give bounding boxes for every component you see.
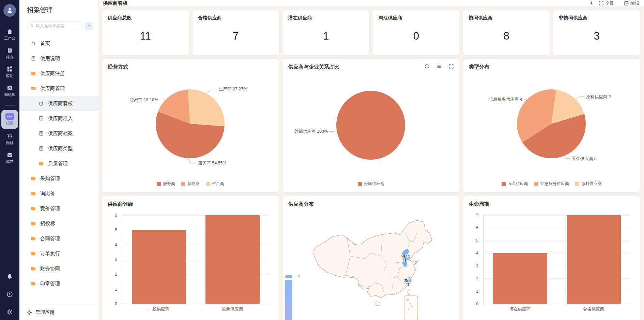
visualmap-handle[interactable]	[285, 275, 292, 278]
chart-title: 供应商评级	[108, 201, 133, 207]
type-distribution-pie	[517, 89, 586, 158]
fullscreen-icon	[449, 64, 454, 69]
x-axis-category: 一般供应商	[148, 306, 170, 312]
user-icon	[6, 7, 13, 14]
help-button[interactable]	[6, 291, 13, 297]
menu-label: 订单执行	[40, 250, 60, 257]
rail-item-inventory[interactable]: 库存	[1, 151, 18, 165]
menu-label: 印章管理	[40, 280, 60, 287]
sidebar-item-supplier-register[interactable]: 供应商注册	[19, 66, 98, 81]
search-box[interactable]	[27, 21, 83, 30]
document-icon	[39, 131, 44, 136]
apps-grid-icon	[6, 66, 13, 72]
stat-label: 潜在供应商	[288, 15, 364, 21]
fullscreen-button[interactable]: 全屏	[599, 0, 614, 6]
stat-card-eliminated-suppliers: 淘汰供应商 0	[373, 10, 459, 55]
rail-item-srm[interactable]: SRM 招采	[1, 110, 18, 129]
x-axis-category: 潜在供应商	[509, 306, 531, 312]
document-s-icon	[39, 116, 44, 121]
download-button[interactable]	[589, 1, 594, 6]
header-divider	[619, 1, 619, 6]
legend-item[interactable]: 生产商	[206, 181, 224, 187]
legend-item[interactable]: 贸易商	[181, 181, 200, 187]
expand-button[interactable]	[449, 64, 454, 69]
cart-icon	[6, 133, 13, 140]
notifications-button[interactable]	[6, 273, 13, 280]
supplier-distribution-card: 供应商分布 1 河北	[283, 196, 459, 320]
rail-menu: 工作台 待办 应用 知识库 SRM 招采 商城	[0, 28, 19, 170]
y-tick-label: 4	[115, 243, 117, 247]
sidebar-item-supplier-management[interactable]: 供应商管理	[19, 81, 98, 96]
refresh-button[interactable]	[424, 64, 429, 69]
legend-label: 五金供应商	[508, 181, 528, 187]
sidebar-item-supplier-type[interactable]: 供应商类型	[19, 141, 98, 156]
menu-label: 质量管理	[48, 160, 68, 167]
app-title: 招采管理	[19, 0, 98, 15]
legend-swatch	[181, 182, 185, 186]
legend-item[interactable]: 五金供应商	[502, 181, 528, 187]
bar-重要供应商	[205, 215, 260, 304]
settings-button[interactable]	[6, 309, 13, 315]
rail-item-apps[interactable]: 应用	[1, 65, 18, 79]
chart-title: 供应商与企业关系占比	[288, 64, 339, 70]
sidebar-item-inquiry[interactable]: 询比价	[19, 186, 98, 201]
legend-label: 贸易商	[187, 181, 200, 187]
sidebar-item-supplier-archive[interactable]: 供应商档案	[19, 126, 98, 141]
stat-card-qualified-suppliers: 合格供应商 7	[193, 10, 279, 55]
legend-item[interactable]: 外部供应商	[358, 181, 384, 187]
sidebar-item-contract-management[interactable]: 合同管理	[19, 231, 98, 246]
rail-item-label: 待办	[6, 55, 14, 60]
search-input[interactable]	[36, 24, 80, 28]
folder-icon	[31, 191, 36, 196]
legend-swatch	[206, 182, 210, 186]
sidebar-item-finance-collaboration[interactable]: 财务协同	[19, 261, 98, 276]
sidebar-item-supplier-access[interactable]: 供应商准入	[19, 111, 98, 126]
sidebar: 招采管理 + 首页 使用说明 供应商注册 供应商管理	[19, 0, 99, 320]
list-view-button[interactable]	[436, 64, 442, 69]
y-tick-label: 0	[476, 302, 478, 306]
x-axis-category: 重要供应商	[222, 306, 243, 312]
chart-title: 类型分布	[469, 64, 489, 70]
page-title: 供应商看板	[103, 0, 128, 6]
clipboard-check-icon	[6, 47, 13, 54]
stat-card-potential-suppliers: 潜在供应商 1	[283, 10, 369, 55]
china-map: 河北 1 浙江 1	[292, 206, 442, 320]
sidebar-item-purchase-management[interactable]: 采购管理	[19, 171, 98, 186]
sidebar-item-bidding-management[interactable]: 竞价管理	[19, 201, 98, 216]
y-tick-label: 1	[476, 289, 478, 294]
menu-label: 供应商注册	[40, 70, 65, 77]
legend-item[interactable]: 服务商	[157, 181, 175, 187]
manage-apps-button[interactable]: 管理应用	[19, 305, 98, 320]
home-icon	[31, 41, 36, 46]
rail-item-knowledge[interactable]: 知识库	[1, 84, 18, 98]
sidebar-item-seal-management[interactable]: 印章管理	[19, 276, 98, 291]
pie-label-hardware: 五金供应商 5	[572, 156, 597, 162]
folder-open-icon	[31, 86, 36, 91]
legend-item[interactable]: 信息服务供应商	[534, 181, 569, 187]
legend-item[interactable]: 原料供应商	[575, 181, 602, 187]
rail-item-mall[interactable]: 商城	[1, 132, 18, 146]
add-button[interactable]: +	[85, 22, 93, 30]
rail-item-todo[interactable]: 待办	[1, 46, 18, 60]
avatar[interactable]	[3, 4, 16, 17]
folder-icon	[31, 281, 36, 286]
type-distribution-card: 类型分布 信息服务供应商 4 原料供应商 2 五金供应商 5 五金供应商信息服务…	[463, 59, 640, 192]
region-value-hebei: 1	[404, 259, 407, 263]
dashboard-content: 供应商总数 11 合格供应商 7 潜在供应商 1 淘汰供应商 0 协同供应商	[99, 7, 644, 320]
sidebar-item-home[interactable]: 首页	[19, 36, 98, 51]
sidebar-item-quality-management[interactable]: 质量管理	[19, 156, 98, 171]
rail-item-workbench[interactable]: 工作台	[1, 28, 18, 41]
sidebar-item-tendering[interactable]: 招投标	[19, 216, 98, 231]
lifecycle-bar-chart: 01234567 潜在供应商合格供应商	[472, 215, 630, 304]
sidebar-item-instructions[interactable]: 使用说明	[19, 51, 98, 66]
menu-label: 采购管理	[40, 175, 60, 182]
visualmap-slider[interactable]	[285, 275, 292, 320]
rail-item-label: 知识库	[4, 92, 15, 97]
ai-book-icon	[6, 85, 13, 91]
sidebar-item-supplier-dashboard[interactable]: 供应商看板	[19, 96, 98, 111]
sidebar-item-order-execution[interactable]: 订单执行	[19, 246, 98, 261]
menu-label: 询比价	[40, 190, 55, 197]
edit-button[interactable]: 编辑	[624, 0, 639, 6]
edit-label: 编辑	[630, 0, 639, 6]
stat-value: 7	[198, 30, 274, 42]
